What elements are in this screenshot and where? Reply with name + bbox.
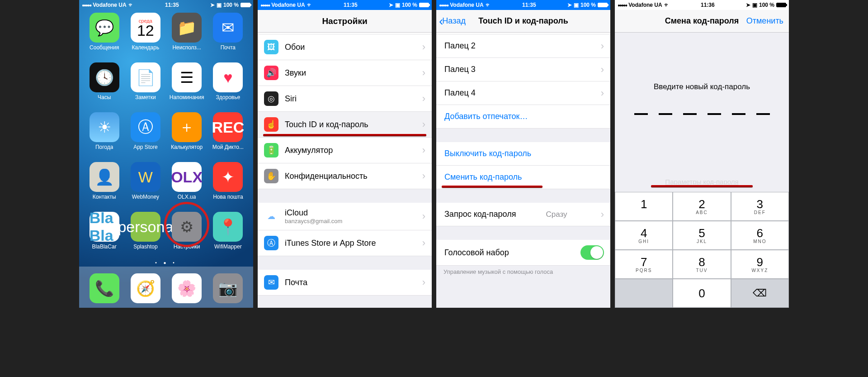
status-bar: ●●●●● Vodafone UA ᯤ 11:35 ➤ ▣ 100 % — [258, 0, 432, 10]
page-indicator[interactable]: • ● • — [79, 259, 253, 267]
app-novaposhta[interactable]: ✦Нова пошта — [208, 162, 249, 209]
key-2[interactable]: 2ABC — [673, 192, 731, 221]
chevron-right-icon: › — [422, 144, 425, 156]
key-8[interactable]: 8TUV — [673, 250, 731, 279]
app-wifimapper[interactable]: 📍WifiMapper — [208, 212, 249, 259]
carrier-label: Vodafone UA — [450, 2, 483, 8]
app-appstore[interactable]: ⒶApp Store — [125, 112, 166, 159]
app-photos[interactable]: 🌸Фото — [166, 273, 208, 303]
chevron-right-icon: › — [601, 40, 604, 52]
signal-dots-icon: ●●●●● — [82, 3, 91, 8]
passcode-options-link[interactable]: Параметры код-пароля — [615, 178, 789, 186]
app-safari[interactable]: 🧭Safari — [125, 273, 166, 303]
row-label: Siri — [285, 94, 297, 104]
chevron-right-icon: › — [422, 237, 425, 249]
weather-icon: ☀ — [90, 112, 119, 142]
clock-label: 11:35 — [165, 2, 179, 8]
row-label: Выключить код-пароль — [444, 149, 531, 158]
app-settings[interactable]: ⚙Настройки — [166, 212, 208, 259]
app-calendar[interactable]: среда12Календарь — [125, 13, 166, 60]
row-wallpaper[interactable]: 🖼 Обои › — [258, 34, 432, 60]
app-label: Календарь — [132, 44, 160, 51]
row-appstore[interactable]: Ⓐ iTunes Store и App Store › — [258, 230, 432, 256]
key-7[interactable]: 7PQRS — [615, 250, 673, 279]
key-6[interactable]: 6MNO — [731, 221, 789, 250]
chevron-right-icon: › — [601, 87, 604, 99]
app-notes[interactable]: 📄Заметки — [125, 62, 166, 110]
app-recorder[interactable]: RECМой Дикто... — [208, 112, 249, 159]
row-voice-dial[interactable]: Голосовой набор — [436, 240, 610, 266]
toggle-switch[interactable] — [580, 245, 604, 260]
passcode-body: Введите новый код-пароль Параметры код-п… — [615, 33, 789, 308]
app-health[interactable]: ♥Здоровье — [208, 62, 249, 110]
icloud-icon: ☁ — [264, 209, 278, 224]
row-finger-3[interactable]: Палец 3 › — [436, 58, 610, 81]
row-mail[interactable]: ✉ Почта › — [258, 270, 432, 296]
app-weather[interactable]: ☀Погода — [84, 112, 125, 159]
app-reminders[interactable]: ☰Напоминания — [166, 62, 208, 110]
app-label: Заметки — [135, 94, 156, 100]
row-label: Звуки — [285, 68, 306, 78]
section-footer: Управление музыкой с помощью голоса — [436, 266, 610, 275]
row-icloud[interactable]: ☁ iCloud banzaycs@gmail.com › — [258, 203, 432, 230]
chevron-right-icon: › — [422, 41, 425, 53]
chevron-right-icon: › — [601, 209, 604, 220]
app-webmoney[interactable]: WWebMoney — [125, 162, 166, 209]
app-camera[interactable]: 📷Камера — [208, 273, 249, 303]
cancel-button[interactable]: Отменить — [746, 16, 783, 26]
chevron-right-icon: › — [601, 64, 604, 76]
app-unused-folder[interactable]: 📁Неисполз... — [166, 13, 208, 60]
row-change-passcode[interactable]: Сменить код-пароль — [436, 166, 610, 189]
app-olx[interactable]: OLXOLX.ua — [166, 162, 208, 209]
location-icon: ➤ — [210, 2, 215, 8]
app-splashtop[interactable]: personaSplashtop — [125, 212, 166, 259]
row-finger-2[interactable]: Палец 2 › — [436, 34, 610, 58]
key-0[interactable]: 0 — [673, 279, 731, 308]
row-battery[interactable]: 🔋 Аккумулятор › — [258, 138, 432, 163]
row-label: Палец 4 — [444, 88, 476, 98]
app-label: OLX.ua — [178, 194, 196, 200]
row-label: Палец 2 — [444, 41, 476, 51]
notes-icon: 📄 — [131, 62, 160, 92]
key-3[interactable]: 3DEF — [731, 192, 789, 221]
battery-icon — [598, 3, 608, 7]
app-mail[interactable]: ✉Почта — [208, 13, 249, 60]
wifi-icon: ᯤ — [307, 2, 312, 8]
wifi-icon: ᯤ — [128, 2, 134, 8]
app-phone[interactable]: 📞Телефон — [84, 273, 125, 303]
row-siri[interactable]: ◎ Siri › — [258, 86, 432, 112]
back-button[interactable]: ‹ Назад — [439, 15, 466, 28]
battery-percent: 100 % — [759, 2, 774, 8]
row-privacy[interactable]: ✋ Конфиденциальность › — [258, 163, 432, 189]
app-grid: 💬Сообщениясреда12Календарь📁Неисполз...✉П… — [79, 0, 253, 259]
clock-label: 11:35 — [344, 2, 358, 8]
app-messages[interactable]: 💬Сообщения — [84, 13, 125, 60]
camera-icon: 📷 — [213, 273, 243, 303]
row-touchid[interactable]: ☝ Touch ID и код-пароль › — [258, 112, 432, 138]
key-9[interactable]: 9WXYZ — [731, 250, 789, 279]
row-disable-passcode[interactable]: Выключить код-пароль — [436, 142, 610, 166]
app-contacts[interactable]: 👤Контакты — [84, 162, 125, 209]
clock-label: 11:36 — [701, 2, 715, 8]
wifi-icon: ᯤ — [664, 2, 670, 8]
row-label: Сменить код-пароль — [444, 172, 522, 182]
key-delete[interactable]: ⌫ — [731, 279, 789, 308]
row-finger-4[interactable]: Палец 4 › — [436, 81, 610, 105]
itunes-appstore-icon: Ⓐ — [264, 236, 278, 250]
key-4[interactable]: 4GHI — [615, 221, 673, 250]
novaposhta-icon: ✦ — [213, 162, 243, 192]
calculator-icon: ＋ — [172, 112, 202, 142]
wallpaper-icon: 🖼 — [264, 40, 278, 54]
signal-dots-icon: ●●●●● — [618, 3, 627, 8]
app-calculator[interactable]: ＋Калькулятор — [166, 112, 208, 159]
key-1[interactable]: 1 — [615, 192, 673, 221]
clock-label: 11:35 — [522, 2, 536, 8]
signal-dots-icon: ●●●●● — [439, 3, 448, 8]
row-require-passcode[interactable]: Запрос код-пароля Сразу › — [436, 203, 610, 226]
row-sounds[interactable]: 🔊 Звуки › — [258, 60, 432, 86]
row-add-fingerprint[interactable]: Добавить отпечаток… — [436, 105, 610, 129]
touchid-list: Палец 2 › Палец 3 › Палец 4 › Добавить о… — [436, 33, 610, 308]
key-5[interactable]: 5JKL — [673, 221, 731, 250]
app-clock[interactable]: 🕓Часы — [84, 62, 125, 110]
app-label: Сообщения — [90, 44, 119, 51]
